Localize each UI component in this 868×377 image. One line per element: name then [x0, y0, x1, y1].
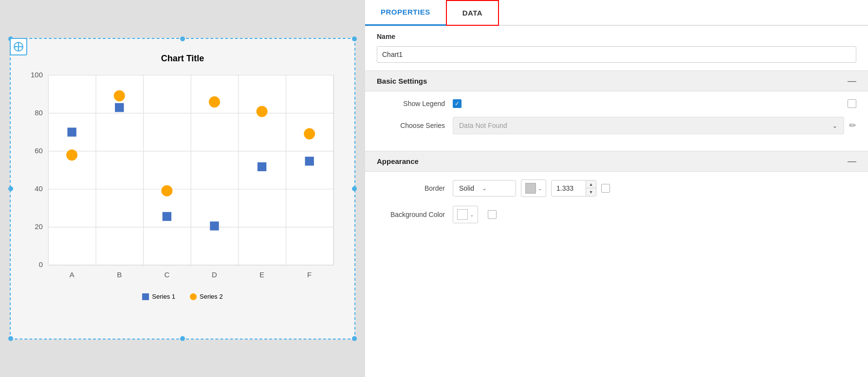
svg-text:E: E [259, 270, 264, 279]
border-width-down-button[interactable]: ▼ [586, 188, 596, 196]
handle-top-right[interactable] [352, 36, 357, 41]
background-color-button[interactable]: ⌄ [453, 206, 478, 223]
choose-series-label: Choose Series [377, 122, 445, 129]
edit-icon[interactable]: ✏ [849, 120, 856, 131]
svg-rect-44 [142, 293, 149, 300]
basic-settings-title: Basic Settings [377, 77, 427, 85]
border-style-dropdown[interactable]: Solid ⌄ [453, 180, 516, 197]
svg-rect-32 [67, 127, 76, 136]
svg-rect-37 [305, 157, 314, 165]
legend-series1: Series 1 [142, 293, 175, 300]
border-color-chevron-icon: ⌄ [538, 186, 542, 191]
border-label: Border [377, 184, 445, 192]
svg-point-38 [66, 149, 77, 161]
handle-bottom-middle[interactable] [180, 336, 185, 341]
tabs-header: PROPERTIES DATA [365, 0, 868, 26]
svg-point-45 [190, 293, 197, 300]
border-controls: Solid ⌄ ⌄ ▲ ▼ [453, 180, 610, 197]
show-legend-checkbox[interactable]: ✓ [453, 99, 462, 108]
svg-point-42 [257, 106, 268, 117]
properties-panel: PROPERTIES DATA Name Basic Settings — Sh… [365, 0, 868, 377]
choose-series-controls: Data Not Found ⌄ ✏ [453, 117, 856, 134]
appearance-header: Appearance — [365, 151, 868, 172]
series-dropdown-value: Data Not Found [459, 122, 507, 129]
svg-text:F: F [307, 270, 312, 279]
svg-text:D: D [212, 270, 217, 279]
name-label: Name [365, 26, 868, 44]
tab-data[interactable]: DATA [446, 0, 499, 26]
chart-panel: Chart Title [0, 0, 365, 377]
appearance-title: Appearance [377, 157, 419, 165]
series-dropdown[interactable]: Data Not Found ⌄ [453, 117, 844, 134]
tab-properties[interactable]: PROPERTIES [365, 0, 446, 26]
legend-series2-label: Series 2 [200, 293, 223, 300]
svg-text:C: C [164, 270, 169, 279]
background-color-row: Background Color ⌄ [377, 206, 856, 223]
svg-point-40 [161, 185, 172, 196]
handle-middle-left[interactable] [8, 186, 13, 191]
border-style-value: Solid [459, 184, 474, 192]
legend-series1-label: Series 1 [152, 293, 175, 300]
border-chevron-icon: ⌄ [482, 185, 487, 192]
handle-top-middle[interactable] [180, 36, 185, 41]
chevron-down-icon: ⌄ [832, 122, 838, 129]
chart-legend: Series 1 Series 2 [142, 293, 222, 300]
appearance-content: Border Solid ⌄ ⌄ ▲ ▼ [365, 172, 868, 240]
svg-point-41 [209, 96, 220, 108]
background-color-swatch [457, 209, 468, 220]
svg-point-43 [304, 128, 315, 139]
move-handle[interactable] [10, 38, 27, 55]
border-checkbox[interactable] [601, 184, 610, 193]
svg-text:20: 20 [35, 222, 43, 231]
show-legend-row: Show Legend ✓ [377, 99, 856, 108]
border-width-up-button[interactable]: ▲ [586, 180, 596, 188]
appearance-collapse-icon[interactable]: — [848, 156, 856, 166]
legend-series2: Series 2 [190, 293, 223, 300]
background-color-chevron-icon: ⌄ [470, 212, 474, 217]
background-color-controls: ⌄ [453, 206, 497, 223]
svg-rect-35 [210, 221, 219, 230]
handle-bottom-right[interactable] [352, 336, 357, 341]
svg-text:B: B [117, 270, 122, 279]
svg-text:80: 80 [35, 108, 43, 117]
svg-text:0: 0 [39, 260, 43, 269]
basic-settings-content: Show Legend ✓ Choose Series Data Not Fou… [365, 91, 868, 151]
border-row: Border Solid ⌄ ⌄ ▲ ▼ [377, 180, 856, 197]
svg-text:100: 100 [31, 71, 43, 79]
chart-inner: Chart Title [11, 39, 354, 339]
border-width-input[interactable] [552, 180, 586, 196]
svg-text:40: 40 [35, 184, 43, 193]
basic-settings-header: Basic Settings — [365, 71, 868, 91]
name-input-row [365, 44, 868, 71]
svg-rect-33 [115, 103, 124, 111]
svg-text:A: A [70, 270, 74, 279]
show-legend-label: Show Legend [377, 100, 445, 108]
name-input[interactable] [377, 46, 856, 63]
svg-rect-34 [163, 212, 171, 220]
check-icon: ✓ [455, 100, 460, 107]
basic-settings-collapse-icon[interactable]: — [848, 76, 856, 86]
background-color-label: Background Color [377, 211, 445, 218]
chart-title: Chart Title [161, 54, 204, 64]
border-width-input-wrapper: ▲ ▼ [551, 180, 596, 197]
handle-middle-right[interactable] [352, 186, 357, 191]
border-width-spinner: ▲ ▼ [586, 180, 596, 196]
svg-rect-36 [258, 162, 266, 171]
background-color-checkbox[interactable] [488, 210, 497, 219]
handle-bottom-left[interactable] [8, 336, 13, 341]
border-color-button[interactable]: ⌄ [521, 180, 546, 197]
chart-plot-area: 100 80 60 40 20 0 A B C D E F [20, 69, 345, 288]
scatter-svg: 100 80 60 40 20 0 A B C D E F [20, 69, 345, 288]
svg-text:60: 60 [35, 146, 43, 155]
show-legend-right-checkbox[interactable] [848, 99, 856, 108]
border-color-swatch [525, 183, 536, 194]
svg-point-39 [114, 90, 125, 101]
choose-series-row: Choose Series Data Not Found ⌄ ✏ [377, 117, 856, 134]
chart-container: Chart Title [10, 38, 355, 340]
